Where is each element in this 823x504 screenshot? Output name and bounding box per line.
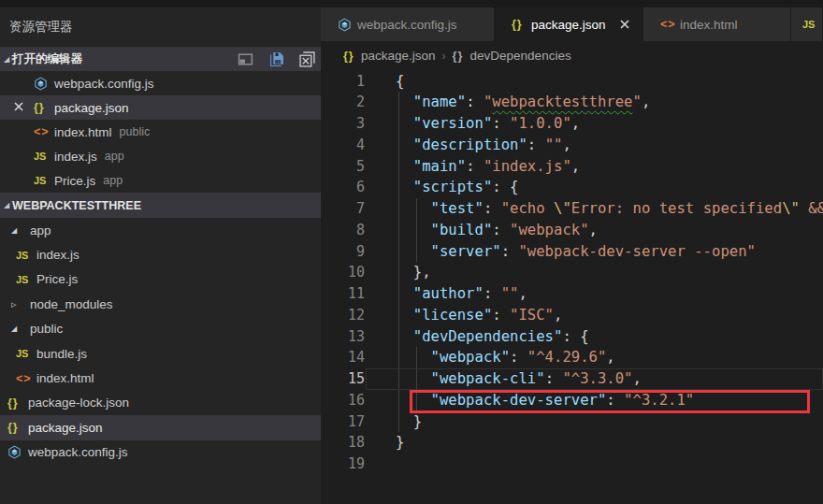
line-number[interactable]: 6 [321,177,365,198]
html-file-icon: <> [660,18,680,31]
tree-item-app[interactable]: ◢app [0,218,321,242]
line-number[interactable]: 8 [321,220,365,241]
code-line-8[interactable]: 8 "build": "webpack", [321,220,823,241]
code-line-2[interactable]: 2 "name": "webpacktestthree", [321,92,823,113]
tree-item-public[interactable]: ◢public [0,317,321,341]
workspace-label: WEBPACKTESTTHREE [12,199,141,212]
code-line-15[interactable]: 15 "webpack-cli": "^3.3.0", [321,368,823,390]
code-line-5[interactable]: 5 "main": "index.js", [321,156,823,178]
line-number[interactable]: 18 [321,432,365,454]
editor-content[interactable]: 1{2 "name": "webpacktestthree",3 "versio… [321,71,823,504]
tree-item-index.js[interactable]: JSindex.js [0,242,321,266]
tree-item-bundle.js[interactable]: JSbundle.js [0,341,321,366]
folder-expanded-icon: ◢ [7,226,30,235]
tab-js-file[interactable]: JS [791,7,823,41]
close-icon[interactable] [619,19,630,30]
line-number[interactable]: 10 [321,262,365,283]
tab-webpack.config.js[interactable]: webpack.config.js [321,7,495,41]
open-editor-label: webpack.config.js [54,77,154,91]
line-number[interactable]: 5 [321,156,365,178]
html-file-icon: <> [16,372,36,385]
line-number[interactable]: 1 [321,71,365,93]
line-number[interactable]: 13 [321,326,365,348]
workspace-header[interactable]: ◢ WEBPACKTESTTHREE [0,193,321,218]
open-editor-item-index.js[interactable]: JSindex.jsapp [0,144,321,168]
tree-item-package-lock.json[interactable]: {}package-lock.json [0,391,321,415]
tab-index.html[interactable]: <>index.html [643,7,791,41]
code-line-17[interactable]: 17 } [321,411,823,433]
line-number[interactable]: 11 [321,283,365,305]
tree-item-index.html[interactable]: <>index.html [0,366,321,390]
breadcrumb-item[interactable]: devDependencies [470,49,571,63]
tree-item-Price.js[interactable]: JSPrice.js [0,267,321,292]
token: : [466,158,484,175]
line-number[interactable]: 4 [321,135,365,156]
token [396,222,431,238]
code-line-12[interactable]: 12 "license": "ISC", [321,305,823,326]
open-editor-item-package.json[interactable]: {}package.json [0,95,321,120]
braces-icon: {} [453,50,470,63]
line-number[interactable]: 2 [321,92,365,113]
tab-package.json[interactable]: {}package.json [495,7,643,41]
line-number[interactable]: 12 [321,305,365,326]
token: : [492,222,510,238]
close-all-editors-icon[interactable] [299,51,315,67]
explorer-sidebar: 资源管理器 ◢ 打开的编辑器 webpack.config.js{}packag… [0,7,321,504]
save-all-icon[interactable] [268,51,284,67]
file-location-badge: public [120,125,151,138]
code-line-14[interactable]: 14 "webpack": "^4.29.6", [321,347,823,368]
line-number[interactable]: 9 [321,241,365,263]
breadcrumb-item[interactable]: package.json [361,49,436,63]
line-number[interactable]: 19 [321,454,365,475]
code-line-7[interactable]: 7 "test": "echo \"Error: no test specifi… [321,198,823,220]
tree-item-node_modules[interactable]: ▹node_modules [0,292,321,316]
js-file-icon: JS [34,151,54,162]
code-text: "description": "", [396,135,571,156]
tree-item-package.json[interactable]: {}package.json [0,415,321,439]
token: "version" [413,115,493,132]
line-number[interactable]: 17 [321,411,365,433]
json-file-icon: {} [7,396,28,410]
token: \" [554,200,571,217]
code-line-9[interactable]: 9 "server": "webpack-dev-server --open" [321,241,823,263]
line-number[interactable]: 7 [321,198,365,220]
line-number[interactable]: 16 [321,390,365,411]
file-location-badge: app [103,174,123,187]
token [396,115,413,132]
close-icon[interactable] [13,101,26,114]
code-line-6[interactable]: 6 "scripts": { [321,177,823,198]
tree-item-webpack.config.js[interactable]: webpack.config.js [0,440,321,465]
tree-item-label: bundle.js [36,347,87,361]
open-editor-label: package.json [54,101,129,115]
open-editor-item-webpack.config.js[interactable]: webpack.config.js [0,71,321,95]
open-editor-item-Price.js[interactable]: JSPrice.jsapp [0,168,321,193]
code-line-11[interactable]: 11 "author": "", [321,283,823,305]
breadcrumb-separator: › [442,50,446,63]
code-line-1[interactable]: 1{ [321,71,823,93]
tree-item-label: public [30,322,63,336]
line-number[interactable]: 14 [321,347,365,368]
json-file-icon: {} [512,18,531,31]
code-line-19[interactable]: 19 [321,454,823,475]
open-editor-item-index.html[interactable]: <>index.htmlpublic [0,120,321,144]
open-editors-header[interactable]: ◢ 打开的编辑器 [0,47,321,71]
token: \" [782,200,800,217]
code-line-4[interactable]: 4 "description": "", [321,135,823,156]
webpack-file-icon [34,77,54,91]
line-number[interactable]: 3 [321,113,365,135]
code-line-10[interactable]: 10 }, [321,262,823,283]
token: "webpack" [431,349,511,366]
token: "" [545,137,563,153]
tree-item-label: index.html [36,371,94,385]
token: "^3.3.0" [562,370,632,387]
section-expand-icon: ◢ [0,55,12,64]
code-line-13[interactable]: 13 "devDependencies": { [321,326,823,348]
token: "name" [413,94,466,110]
line-number[interactable]: 15 [321,368,365,390]
token [396,349,431,366]
token [396,285,413,302]
code-line-3[interactable]: 3 "version": "1.0.0", [321,113,823,135]
window-top-strip [0,0,823,7]
code-line-18[interactable]: 18} [321,432,823,454]
new-untitled-editor-icon[interactable] [238,51,253,67]
